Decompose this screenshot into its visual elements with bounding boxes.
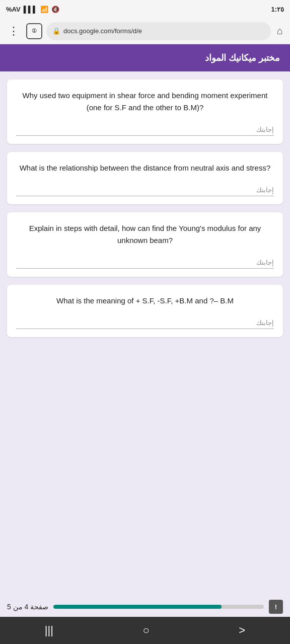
answer-placeholder-4: إجابتك — [256, 319, 274, 327]
question-text-1: Why used two equipment in shear force an… — [16, 90, 274, 114]
answer-placeholder-2: إجابتك — [256, 186, 274, 194]
wifi-icon: 📶 — [40, 6, 48, 13]
flag-button[interactable]: ! — [269, 600, 283, 614]
lock-icon: 🔒 — [52, 27, 60, 35]
progress-bar — [53, 605, 264, 609]
form-header: مختبر ميكانيك المواد — [0, 44, 290, 71]
browser-menu-button[interactable]: ⋮ — [5, 23, 22, 40]
address-bar[interactable]: 🔒 docs.google.com/forms/d/e — [46, 22, 271, 40]
question-text-3: Explain in steps with detail, how can fi… — [16, 222, 274, 247]
browser-bar: ⋮ ① 🔒 docs.google.com/forms/d/e ⌂ — [0, 18, 290, 44]
answer-row-4[interactable]: إجابتك — [16, 319, 274, 329]
page-info: صفحة 4 من 5 — [7, 603, 48, 611]
back-button[interactable]: ||| — [33, 620, 65, 641]
status-time: 1:٢٥ — [271, 6, 284, 13]
question-text-4: What is the meaning of + S.F, -S.F, +B.M… — [16, 295, 274, 307]
answer-placeholder-1: إجابتك — [256, 126, 274, 133]
browser-tab-icon[interactable]: ① — [26, 23, 42, 39]
url-text: docs.google.com/forms/d/e — [63, 27, 142, 35]
mute-icon: 🔇 — [51, 6, 59, 13]
home-nav-button[interactable]: ○ — [131, 620, 162, 641]
question-text-2: What is the relationship between the dis… — [16, 162, 274, 174]
home-button[interactable]: ⌂ — [275, 23, 285, 39]
nav-bar: ||| ○ > — [0, 617, 290, 644]
battery-icon: %AV — [6, 6, 21, 13]
status-left: %AV ▌▌▌ 📶 🔇 — [6, 6, 59, 13]
progress-bar-fill — [53, 605, 222, 609]
question-card-4: What is the meaning of + S.F, -S.F, +B.M… — [7, 285, 283, 337]
signal-icon: ▌▌▌ — [24, 6, 38, 13]
answer-row-2[interactable]: إجابتك — [16, 186, 274, 196]
status-bar: %AV ▌▌▌ 📶 🔇 1:٢٥ — [0, 0, 290, 18]
answer-row-1[interactable]: إجابتك — [16, 126, 274, 136]
answer-row-3[interactable]: إجابتك — [16, 259, 274, 269]
form-container: مختبر ميكانيك المواد Why used two equipm… — [0, 44, 290, 595]
question-card-1: Why used two equipment in shear force an… — [7, 79, 283, 144]
forward-button[interactable]: > — [227, 620, 257, 641]
form-title: مختبر ميكانيك المواد — [10, 52, 280, 63]
answer-placeholder-3: إجابتك — [256, 259, 274, 266]
bottom-bar: صفحة 4 من 5 ! — [0, 595, 290, 617]
question-card-3: Explain in steps with detail, how can fi… — [7, 212, 283, 277]
question-card-2: What is the relationship between the dis… — [7, 152, 283, 204]
